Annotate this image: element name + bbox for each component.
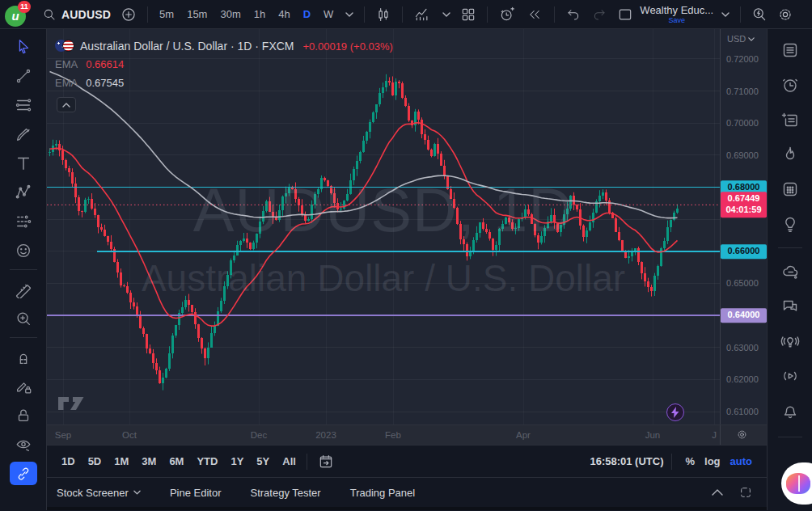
hide-drawings-button[interactable]: [10, 433, 37, 456]
ema-fast-row[interactable]: EMA 0.66614: [55, 55, 393, 74]
toolbar-separator: [740, 6, 741, 23]
notes-button[interactable]: [776, 106, 805, 133]
brush-tool-button[interactable]: [10, 122, 37, 146]
xabcd-pattern-tool-button[interactable]: [10, 180, 37, 204]
notifications-button[interactable]: [776, 397, 805, 424]
layout-select-button[interactable]: [612, 3, 638, 26]
watchlist-button[interactable]: [776, 36, 805, 64]
interval-button-w[interactable]: W: [318, 4, 339, 25]
session-clock[interactable]: 16:58:01 (UTC): [590, 455, 663, 467]
range-button-all[interactable]: All: [277, 453, 301, 470]
time-axis-label: Feb: [385, 430, 401, 440]
chart-settings-button[interactable]: [772, 3, 798, 26]
bulb-waves-icon: [780, 332, 800, 351]
tab-trading-panel[interactable]: Trading Panel: [350, 487, 415, 499]
range-button-1d[interactable]: 1D: [57, 453, 80, 470]
indicator-templates-button[interactable]: [436, 3, 455, 26]
expand-panel-button[interactable]: [712, 489, 723, 496]
undo-button[interactable]: [560, 3, 586, 26]
indicators-button[interactable]: [408, 3, 436, 26]
ema-slow-row[interactable]: EMA 0.67545: [55, 74, 393, 92]
auto-scale-button[interactable]: auto: [725, 455, 757, 467]
layout-name-button[interactable]: Wealthy Educ... Save: [640, 5, 713, 24]
tab-strategy-tester[interactable]: Strategy Tester: [250, 487, 320, 499]
log-scale-button[interactable]: log: [700, 455, 725, 467]
go-to-date-button[interactable]: [313, 450, 339, 473]
calendar-button[interactable]: [776, 175, 805, 203]
user-menu-button[interactable]: u 11: [5, 2, 29, 27]
maximize-panel-button[interactable]: [739, 486, 752, 499]
interval-button-15m[interactable]: 15m: [181, 4, 213, 25]
legend-symbol-row[interactable]: Australian Dollar / U.S. Dollar · 1D · F…: [55, 37, 393, 55]
bar-replay-button[interactable]: [521, 3, 548, 26]
bell-icon: [780, 401, 800, 420]
chat-button[interactable]: [776, 293, 805, 320]
range-button-1m[interactable]: 1M: [109, 453, 133, 470]
bottom-toolbar: 1D5D1M3M6MYTD1Y5YAll 16:58:01 (UTC) % lo…: [47, 445, 767, 477]
chart-pane[interactable]: AUDUSD, 1D Australian Dollar / U.S. Doll…: [47, 29, 767, 424]
drawing-mode-button[interactable]: [10, 374, 37, 398]
save-layout-link[interactable]: Save: [669, 17, 686, 24]
measure-tool-button[interactable]: [10, 277, 37, 301]
price-scale[interactable]: USD 0.720000.710000.700000.690000.650000…: [720, 29, 767, 424]
minds-button[interactable]: [776, 258, 805, 285]
interval-button-4h[interactable]: 4h: [273, 4, 295, 25]
hotlists-button[interactable]: [776, 141, 805, 168]
ideas-button[interactable]: [776, 210, 805, 238]
interval-button-1h[interactable]: 1h: [248, 4, 271, 25]
emoji-tool-button[interactable]: [10, 239, 37, 262]
create-alert-button[interactable]: [493, 3, 521, 26]
symbol-search-button[interactable]: AUDUSD: [37, 3, 116, 26]
layout-dropdown-button[interactable]: [715, 3, 734, 26]
range-button-6m[interactable]: 6M: [164, 453, 188, 470]
xabcd-pattern-icon: [15, 184, 32, 201]
tradingview-watermark-logo[interactable]: [57, 395, 86, 416]
browser-extension-bubble[interactable]: [781, 462, 812, 505]
interval-button-30m[interactable]: 30m: [214, 4, 246, 25]
range-button-5y[interactable]: 5Y: [252, 453, 274, 470]
zoom-in-tool-button[interactable]: [10, 306, 37, 330]
range-button-ytd[interactable]: YTD: [192, 453, 222, 470]
cursor-tool-button[interactable]: [10, 35, 37, 58]
prediction-tool-button[interactable]: [10, 209, 37, 233]
candles-icon: [375, 6, 391, 23]
range-button-5d[interactable]: 5D: [83, 453, 107, 470]
sync-drawings-button[interactable]: [10, 462, 37, 485]
magnet-mode-button[interactable]: [10, 345, 37, 369]
layout-grid-button[interactable]: [455, 3, 481, 26]
time-axis[interactable]: SepOctDec2023FebAprJunJ: [47, 424, 767, 445]
fib-retracement-tool-button[interactable]: [10, 93, 37, 116]
axis-settings-button[interactable]: [736, 429, 748, 441]
alarm-clock-icon: [780, 75, 800, 95]
trend-line-tool-button[interactable]: [10, 64, 37, 87]
chart-style-button[interactable]: [370, 3, 396, 26]
legend-collapse-button[interactable]: [57, 97, 76, 112]
quick-search-button[interactable]: [746, 3, 772, 26]
ema-slow-value: 0.67545: [86, 77, 124, 89]
chevron-down-icon: [442, 12, 450, 17]
tab-pine-editor[interactable]: Pine Editor: [170, 487, 222, 499]
lock-drawings-button[interactable]: [10, 403, 37, 427]
price-scale-currency[interactable]: USD: [727, 34, 755, 44]
cursor-icon: [15, 38, 32, 56]
text-tool-button[interactable]: [10, 151, 37, 175]
toolbar-divider: [10, 269, 37, 270]
lightbulb-icon: [780, 214, 800, 234]
redo-button[interactable]: [586, 3, 612, 26]
time-axis-label: J: [712, 430, 717, 440]
streams-button[interactable]: [776, 362, 805, 390]
range-button-1y[interactable]: 1Y: [226, 453, 248, 470]
percent-scale-button[interactable]: %: [680, 455, 700, 467]
live-ideas-button[interactable]: [776, 327, 805, 355]
compare-add-symbol-button[interactable]: [116, 3, 142, 26]
chevron-up-icon: [62, 103, 70, 108]
interval-button-d[interactable]: D: [298, 4, 316, 25]
instant-trading-button[interactable]: [666, 403, 684, 421]
ruler-icon: [15, 281, 32, 298]
range-button-3m[interactable]: 3M: [137, 453, 161, 470]
tab-stock-screener[interactable]: Stock Screener: [57, 487, 141, 499]
interval-dropdown-button[interactable]: [339, 3, 358, 26]
interval-button-5m[interactable]: 5m: [154, 4, 180, 25]
alerts-button[interactable]: [776, 71, 805, 99]
grid-layout-icon: [460, 6, 476, 23]
